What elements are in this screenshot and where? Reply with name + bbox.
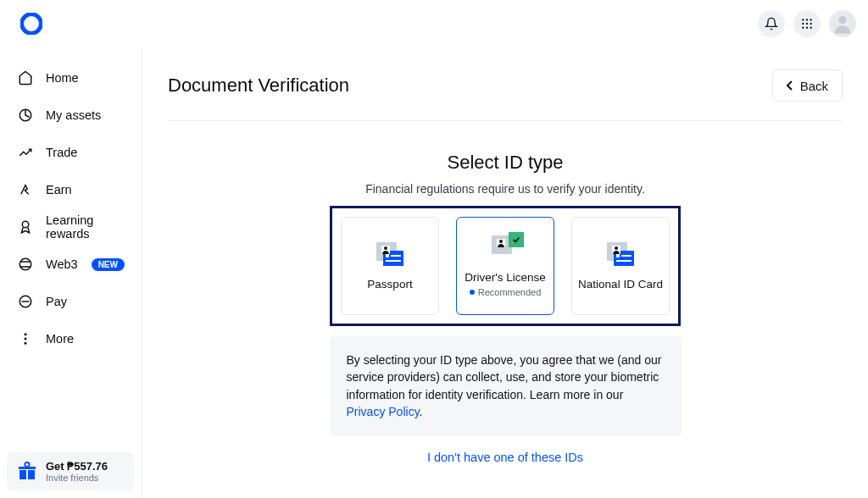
svg-point-22: [499, 240, 503, 243]
invite-title: Get ₱557.76: [46, 460, 108, 473]
sidebar-item-label: Learning rewards: [46, 213, 125, 241]
svg-point-17: [25, 342, 27, 345]
chevron-left-icon: [787, 80, 793, 91]
id-options: Passport Driver's License Recommended: [341, 217, 670, 315]
sidebar-item-rewards[interactable]: Learning rewards: [0, 208, 142, 246]
assets-icon: [17, 107, 34, 124]
id-card-icon: [376, 242, 403, 266]
sidebar-item-label: Trade: [46, 146, 77, 159]
svg-point-5: [806, 23, 808, 25]
svg-point-16: [25, 338, 27, 340]
sidebar: Home My assets Trade Earn Learning rewar…: [0, 47, 142, 498]
verify-subheading: Financial regulations require us to veri…: [365, 182, 645, 196]
gift-icon: [17, 462, 37, 482]
sidebar-item-more[interactable]: More: [0, 320, 142, 357]
verify-heading: Select ID type: [448, 152, 564, 174]
top-actions: [758, 10, 856, 37]
new-badge: NEW: [92, 258, 125, 271]
sidebar-item-trade[interactable]: Trade: [0, 134, 142, 171]
id-option-passport[interactable]: Passport: [341, 217, 439, 315]
svg-point-10: [838, 16, 846, 24]
more-icon: [17, 330, 34, 347]
earn-icon: [17, 181, 34, 198]
id-option-label: National ID Card: [578, 278, 663, 290]
svg-point-1: [802, 19, 804, 20]
web3-icon: [17, 256, 34, 273]
sidebar-item-label: Earn: [46, 183, 72, 196]
sidebar-item-pay[interactable]: Pay: [0, 283, 142, 320]
notifications-button[interactable]: [758, 10, 785, 37]
privacy-policy-link[interactable]: Privacy Policy: [347, 405, 420, 418]
page-header: Document Verification Back: [168, 69, 843, 121]
svg-point-21: [384, 246, 387, 250]
back-button[interactable]: Back: [772, 69, 843, 102]
sidebar-item-label: My assets: [46, 108, 101, 122]
svg-point-3: [810, 19, 812, 20]
sidebar-item-label: Web3: [46, 257, 78, 271]
sidebar-item-web3[interactable]: Web3 NEW: [0, 246, 142, 283]
svg-point-8: [806, 27, 808, 29]
sidebar-item-assets[interactable]: My assets: [0, 97, 142, 134]
back-label: Back: [800, 79, 828, 93]
sidebar-item-earn[interactable]: Earn: [0, 171, 142, 208]
id-card-icon: [607, 242, 634, 266]
id-option-label: Passport: [367, 278, 412, 290]
svg-point-0: [22, 14, 42, 34]
home-icon: [17, 69, 34, 86]
sidebar-item-label: More: [46, 332, 74, 346]
svg-point-2: [806, 19, 808, 20]
sidebar-item-home[interactable]: Home: [0, 59, 142, 97]
sidebar-item-label: Home: [46, 71, 79, 85]
nav: Home My assets Trade Earn Learning rewar…: [0, 59, 142, 445]
svg-point-23: [615, 246, 618, 250]
svg-point-4: [802, 23, 804, 25]
invite-card[interactable]: Get ₱557.76 Invite friends: [7, 451, 135, 491]
svg-point-13: [19, 258, 31, 270]
id-option-label: Driver's License: [465, 271, 546, 284]
apps-button[interactable]: [793, 10, 821, 37]
svg-point-15: [25, 333, 27, 335]
top-bar: [0, 0, 868, 47]
logo[interactable]: [20, 13, 42, 35]
trade-icon: [17, 144, 34, 161]
dot-icon: [470, 290, 475, 295]
invite-text: Get ₱557.76 Invite friends: [46, 460, 108, 483]
id-option-drivers-license[interactable]: Driver's License Recommended: [456, 217, 554, 315]
pay-icon: [17, 293, 34, 310]
no-id-link[interactable]: I don't have one of these IDs: [427, 451, 583, 464]
svg-rect-18: [19, 470, 26, 479]
invite-subtitle: Invite friends: [46, 473, 108, 483]
id-option-national-id[interactable]: National ID Card: [571, 217, 670, 315]
sidebar-item-label: Pay: [46, 295, 67, 308]
main: Document Verification Back Select ID typ…: [142, 47, 868, 498]
disclosure-text: By selecting your ID type above, you agr…: [330, 336, 682, 435]
recommended-label: Recommended: [470, 287, 542, 297]
page-title: Document Verification: [168, 75, 349, 97]
check-icon: [509, 232, 524, 247]
svg-point-6: [810, 23, 812, 25]
avatar[interactable]: [829, 10, 856, 37]
id-options-frame: Passport Driver's License Recommended: [330, 206, 681, 326]
svg-rect-19: [28, 470, 35, 479]
id-card-icon: [492, 235, 519, 259]
rewards-icon: [17, 219, 34, 235]
svg-point-7: [802, 27, 804, 29]
svg-point-9: [810, 27, 812, 29]
verify-panel: Select ID type Financial regulations req…: [168, 152, 843, 464]
svg-point-12: [22, 221, 29, 228]
